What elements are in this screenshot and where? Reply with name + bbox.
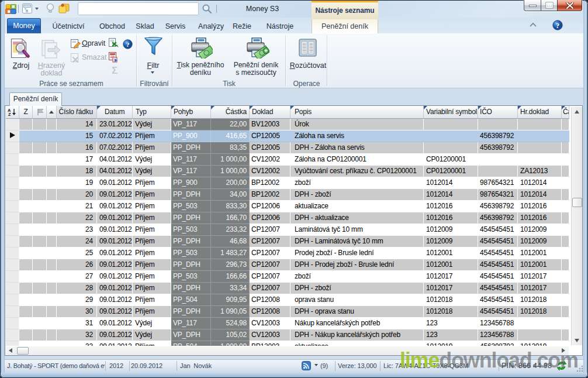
svg-text:?: ? bbox=[126, 41, 130, 48]
svg-text:Z: Z bbox=[8, 112, 11, 116]
svg-text:?: ? bbox=[556, 22, 559, 30]
